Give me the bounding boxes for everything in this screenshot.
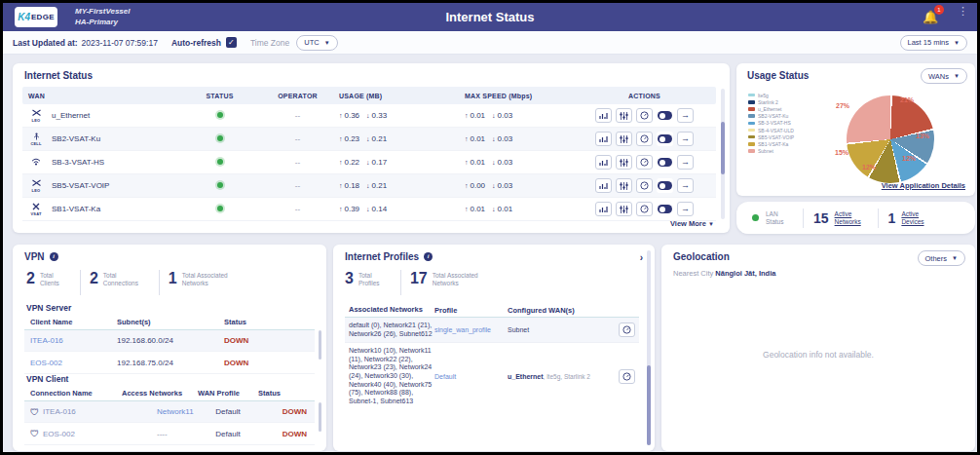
- usage-down: 0.21: [372, 181, 388, 190]
- view-more-link[interactable]: View More ▼: [670, 219, 714, 228]
- vpn-shield-icon: 🛡: [30, 407, 39, 417]
- usage-down: 0.21: [372, 134, 388, 143]
- details-arrow-button[interactable]: →: [677, 155, 694, 170]
- speedtest-action-button[interactable]: [636, 178, 653, 193]
- active-networks-link[interactable]: Active Networks: [835, 210, 868, 226]
- pie-label: 15%: [835, 149, 848, 156]
- legend-item: u_Ethernet: [748, 105, 794, 112]
- wan-row: LEO SB5-VSAT-VOIP -- ↑0.18↓0.21 ↑0.00↓0.…: [22, 174, 716, 198]
- speedtest-action-button[interactable]: [636, 155, 653, 170]
- speedtest-action-button[interactable]: [619, 369, 635, 384]
- details-arrow-button[interactable]: →: [677, 178, 694, 193]
- legend-swatch: [748, 142, 755, 146]
- sliders-action-button[interactable]: [616, 202, 632, 216]
- details-arrow-button[interactable]: →: [677, 108, 694, 123]
- time-range-select[interactable]: Last 15 mins ▼: [900, 35, 967, 51]
- view-application-details-link[interactable]: View Application Details: [882, 181, 965, 190]
- wan-toggle[interactable]: [657, 108, 673, 123]
- time-zone-select[interactable]: UTC ▼: [296, 35, 337, 51]
- usage-pie-chart[interactable]: [847, 95, 934, 183]
- legend-item: SB2-VSAT-Ku: [748, 113, 794, 120]
- connection-name[interactable]: EOS-002: [43, 430, 75, 438]
- active-devices-link[interactable]: Active Devices: [901, 210, 930, 226]
- speedtest-action-button[interactable]: [619, 322, 635, 337]
- legend-swatch: [748, 107, 755, 111]
- pie-label: 21%: [900, 96, 914, 103]
- legend-item: SB5-VSAT-VOIP: [748, 133, 794, 140]
- leo-antenna-icon: LEO: [28, 109, 44, 123]
- vpn-panel: VPN i 2Total Clients 2Total Connections …: [13, 245, 326, 451]
- expand-panel-button[interactable]: ›: [640, 252, 643, 263]
- col-access-networks: Access Networks: [122, 389, 198, 398]
- connection-name[interactable]: ITEA-016: [43, 407, 76, 416]
- wan-name[interactable]: SB2-VSAT-Ku: [52, 134, 100, 143]
- profile-row: default (0), Network21 (21), Network26 (…: [345, 317, 639, 343]
- chart-action-button[interactable]: [595, 155, 612, 170]
- speedtest-action-button[interactable]: [636, 108, 653, 123]
- up-arrow-icon: ↑: [339, 135, 343, 142]
- client-name-link[interactable]: EOS-002: [30, 359, 62, 367]
- col-wan-profile: WAN Profile: [198, 389, 258, 398]
- down-arrow-icon: ↓: [366, 159, 370, 166]
- details-arrow-button[interactable]: →: [677, 132, 694, 146]
- internet-status-title: Internet Status: [24, 70, 93, 81]
- wan-name[interactable]: SB5-VSAT-VOIP: [52, 181, 109, 190]
- wan-profile-value: Default: [198, 430, 258, 438]
- subnet-value: 192.168.75.0/24: [117, 359, 224, 367]
- wan-toggle[interactable]: [657, 202, 673, 216]
- info-icon[interactable]: i: [50, 252, 58, 261]
- profile-link[interactable]: Default: [434, 373, 456, 380]
- scrollbar[interactable]: [721, 89, 725, 219]
- access-network-link[interactable]: Network11: [157, 407, 194, 416]
- speed-down: 0.01: [498, 205, 513, 213]
- scrollbar[interactable]: [319, 330, 321, 375]
- chart-action-button[interactable]: [595, 132, 612, 146]
- wan-toggle[interactable]: [657, 132, 673, 146]
- client-name-link[interactable]: ITEA-016: [30, 336, 63, 345]
- chart-action-button[interactable]: [595, 108, 612, 123]
- auto-refresh-checkbox[interactable]: ✓: [226, 37, 237, 48]
- usage-filter-select[interactable]: WANs ▼: [921, 68, 967, 84]
- speedtest-action-button[interactable]: [636, 202, 653, 216]
- speed-down: 0.03: [498, 111, 513, 120]
- wan-name[interactable]: SB1-VSAT-Ka: [52, 205, 100, 213]
- last-updated-value: 2023-11-07 07:59:17: [82, 38, 158, 48]
- usage-up: 0.36: [345, 111, 360, 120]
- legend-item: Subnet: [748, 148, 794, 155]
- sliders-action-button[interactable]: [616, 155, 632, 170]
- down-arrow-icon: ↓: [492, 182, 496, 189]
- wan-toggle[interactable]: [657, 178, 673, 193]
- down-arrow-icon: ↓: [492, 206, 496, 212]
- wan-table-header: WAN STATUS OPERATOR USAGE (MB) MAX SPEED…: [22, 87, 716, 104]
- up-arrow-icon: ↑: [339, 112, 343, 119]
- sliders-action-button[interactable]: [616, 132, 632, 146]
- scrollbar[interactable]: [647, 250, 651, 445]
- time-zone-label: Time Zone: [250, 38, 289, 48]
- status-up-dot: [217, 182, 223, 188]
- wan-toggle[interactable]: [657, 155, 673, 170]
- sliders-action-button[interactable]: [616, 178, 632, 193]
- details-arrow-button[interactable]: →: [677, 202, 694, 216]
- chart-action-button[interactable]: [595, 178, 612, 193]
- sliders-action-button[interactable]: [616, 108, 632, 123]
- profile-link[interactable]: single_wan_profile: [434, 326, 491, 333]
- kebab-menu-icon[interactable]: ⋮: [958, 8, 965, 14]
- usage-down: 0.17: [372, 158, 388, 167]
- col-associated-networks: Associated Networks: [345, 306, 434, 315]
- active-devices-count: 1: [888, 210, 896, 226]
- info-icon[interactable]: i: [424, 252, 433, 261]
- geolocation-select[interactable]: Others ▼: [918, 250, 965, 266]
- speed-up: 0.01: [471, 205, 486, 213]
- notifications-button[interactable]: 🔔 1: [923, 8, 940, 25]
- speedtest-action-button[interactable]: [636, 132, 653, 146]
- chart-action-button[interactable]: [595, 202, 612, 216]
- scrollbar[interactable]: [319, 402, 321, 445]
- access-network-value: ----: [122, 430, 198, 438]
- stat-label: Total Associated Networks: [182, 270, 243, 287]
- legend-item: Starlink 2: [748, 98, 794, 105]
- legend-item: lte5g: [748, 92, 794, 98]
- legend-swatch: [748, 114, 755, 118]
- wan-name[interactable]: SB-3-VSAT-HS: [52, 158, 104, 167]
- wan-name[interactable]: u_Ethernet: [52, 111, 90, 120]
- vpn-stats: 2Total Clients 2Total Connections 1Total…: [26, 270, 243, 295]
